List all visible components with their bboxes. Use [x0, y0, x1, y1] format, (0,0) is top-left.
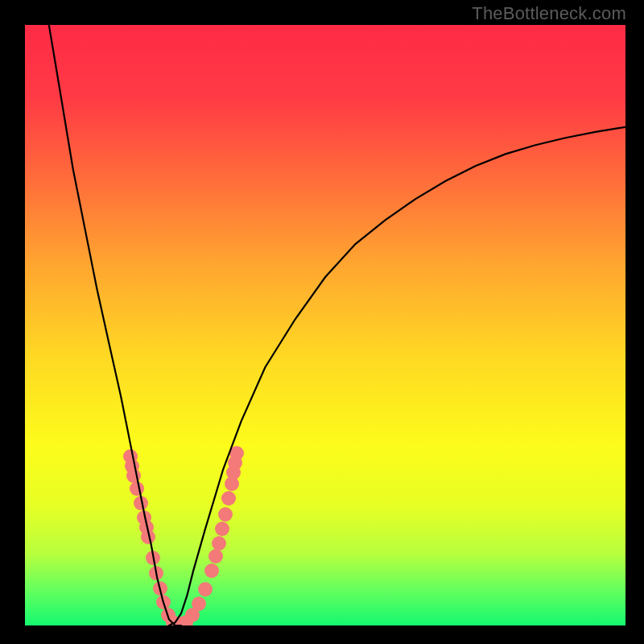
bead [126, 469, 141, 483]
chart-stage: TheBottleneck.com [0, 0, 644, 644]
bead [221, 491, 236, 506]
curve-right [169, 127, 625, 625]
curve-layer [25, 25, 625, 625]
bead [198, 582, 213, 597]
bead [208, 549, 223, 564]
curve-left [49, 25, 181, 625]
bead [130, 481, 144, 496]
watermark-text: TheBottleneck.com [472, 3, 626, 24]
bead [218, 507, 233, 522]
highlight-beads [123, 446, 244, 625]
bead [212, 536, 226, 551]
bead [215, 522, 229, 536]
bead [192, 597, 206, 611]
bead [204, 564, 219, 578]
plot-area [25, 25, 625, 625]
